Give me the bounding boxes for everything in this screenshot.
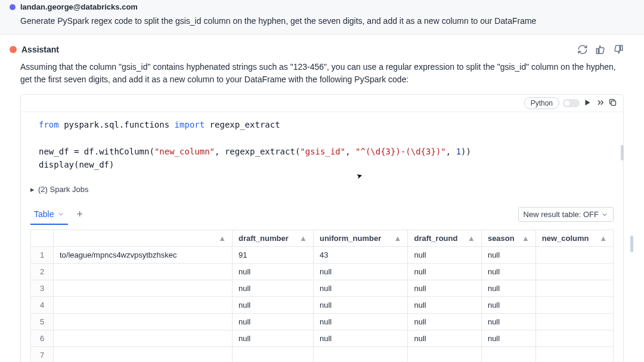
sort-icon[interactable]: ▲ (218, 234, 226, 243)
run-icon[interactable] (583, 98, 592, 109)
table-cell: null (408, 246, 481, 263)
column-header[interactable]: ▲ (54, 230, 233, 246)
table-row[interactable]: 1to/league/mpncs4wzvpsytbzhskec9143nulln… (31, 246, 614, 263)
cell-toolbar: Python (21, 95, 623, 112)
assist-toggle[interactable] (563, 99, 580, 107)
sort-icon[interactable]: ▲ (299, 234, 307, 243)
table-cell: null (313, 296, 408, 313)
column-header[interactable]: uniform_number▲ (313, 230, 408, 246)
add-tab-button[interactable]: + (76, 208, 83, 221)
thumbs-up-icon[interactable] (595, 44, 606, 55)
vertical-scrollbar[interactable] (630, 236, 633, 252)
row-number: 5 (31, 313, 54, 330)
spark-jobs-toggle[interactable]: ▸ (2) Spark Jobs (21, 179, 623, 200)
table-cell (54, 263, 233, 280)
assistant-text: Assuming that the column "gsis_id" conta… (20, 61, 624, 86)
table-cell: null (481, 263, 535, 280)
table-cell: null (233, 296, 314, 313)
sort-icon[interactable]: ▲ (394, 234, 402, 243)
table-cell (535, 330, 613, 346)
code-cell: Python from pyspark.sql.functions import… (20, 94, 624, 362)
table-cell: null (481, 296, 535, 313)
table-row[interactable]: 4nullnullnullnull (31, 296, 614, 313)
row-number: 4 (31, 296, 54, 313)
table-cell: 91 (233, 246, 314, 263)
table-cell (408, 346, 481, 362)
table-row[interactable]: 6nullnullnullnull (31, 330, 614, 346)
spark-jobs-label: (2) Spark Jobs (38, 185, 89, 194)
resize-handle[interactable] (621, 145, 624, 160)
row-number: 7 (31, 346, 54, 362)
row-number-header (31, 230, 54, 246)
svg-rect-0 (611, 101, 616, 106)
row-number: 1 (31, 246, 54, 263)
table-cell: to/league/mpncs4wzvpsytbzhskec (54, 246, 233, 263)
column-header[interactable]: new_column▲ (535, 230, 613, 246)
table-cell (535, 263, 613, 280)
table-cell (54, 346, 233, 362)
sort-icon[interactable]: ▲ (599, 234, 607, 243)
table-cell: null (313, 313, 408, 330)
sort-icon[interactable]: ▲ (467, 234, 475, 243)
data-table: ▲draft_number▲uniform_number▲draft_round… (30, 230, 614, 362)
user-avatar (10, 4, 16, 10)
table-cell (54, 330, 233, 346)
row-number: 3 (31, 280, 54, 296)
table-cell: null (408, 313, 481, 330)
table-row[interactable]: 2nullnullnullnull (31, 263, 614, 280)
row-number: 2 (31, 263, 54, 280)
table-cell (233, 346, 314, 362)
caret-right-icon: ▸ (30, 185, 35, 194)
table-cell: null (408, 263, 481, 280)
tab-table[interactable]: Table (30, 205, 68, 225)
column-header[interactable]: draft_number▲ (233, 230, 314, 246)
tab-table-label: Table (34, 209, 54, 219)
table-cell (481, 346, 535, 362)
user-prompt-block: landan.george@databricks.com Generate Py… (0, 0, 644, 35)
user-email: landan.george@databricks.com (20, 2, 138, 11)
table-cell (535, 313, 613, 330)
output-tabs-row: Table + New result table: OFF (21, 200, 623, 225)
sort-icon[interactable]: ▲ (522, 234, 530, 243)
table-cell: null (408, 296, 481, 313)
user-email-row: landan.george@databricks.com (10, 2, 624, 11)
assistant-block: Assistant Assuming that the column "gsis… (0, 35, 644, 362)
table-row[interactable]: 5nullnullnullnull (31, 313, 614, 330)
table-cell: null (313, 280, 408, 296)
assistant-label-row: Assistant (10, 45, 59, 54)
refresh-icon[interactable] (577, 44, 588, 55)
code-area[interactable]: from pyspark.sql.functions import regexp… (21, 112, 623, 179)
assistant-label: Assistant (21, 45, 59, 54)
table-cell (54, 280, 233, 296)
table-cell: null (233, 280, 314, 296)
table-cell: null (481, 246, 535, 263)
table-cell: null (408, 280, 481, 296)
table-cell: 43 (313, 246, 408, 263)
table-cell: null (481, 313, 535, 330)
assistant-avatar (10, 46, 17, 53)
table-cell: null (233, 263, 314, 280)
chevron-down-icon (601, 211, 608, 218)
data-table-wrap[interactable]: ▲draft_number▲uniform_number▲draft_round… (30, 230, 614, 362)
table-cell: null (313, 330, 408, 346)
thumbs-down-icon[interactable] (613, 44, 624, 55)
table-cell: null (233, 330, 314, 346)
table-cell: null (233, 313, 314, 330)
column-header[interactable]: season▲ (481, 230, 535, 246)
table-row[interactable]: 7 (31, 346, 614, 362)
table-cell: null (313, 263, 408, 280)
table-cell (535, 296, 613, 313)
table-cell (535, 246, 613, 263)
more-icon[interactable] (595, 98, 605, 109)
table-cell: null (481, 330, 535, 346)
table-cell: null (408, 330, 481, 346)
result-table-toggle[interactable]: New result table: OFF (518, 207, 614, 222)
language-pill[interactable]: Python (524, 97, 559, 109)
row-number: 6 (31, 330, 54, 346)
chevron-down-icon (57, 211, 64, 218)
table-cell: null (481, 280, 535, 296)
column-header[interactable]: draft_round▲ (408, 230, 481, 246)
copy-icon[interactable] (608, 98, 617, 109)
table-row[interactable]: 3nullnullnullnull (31, 280, 614, 296)
table-cell (313, 346, 408, 362)
